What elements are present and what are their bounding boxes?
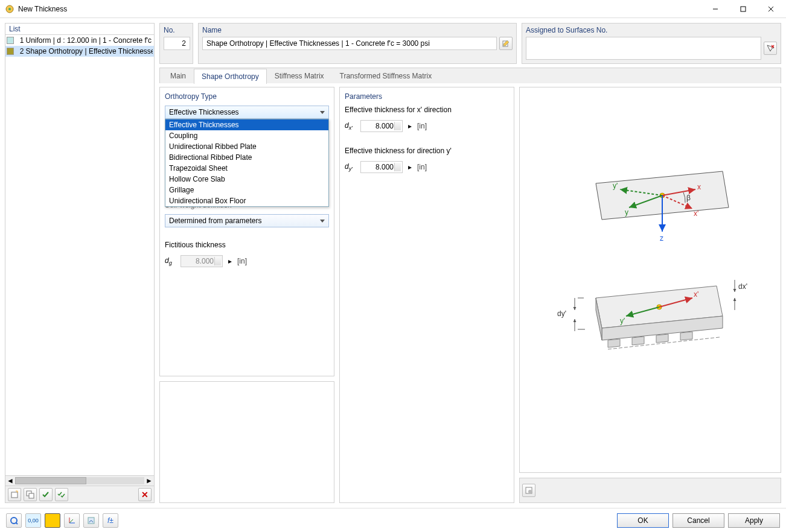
rename-button[interactable] xyxy=(499,37,513,50)
color-swatch xyxy=(7,37,14,44)
right-area: No. 2 Name Shape Orthotropy | Effective … xyxy=(159,23,781,503)
help-button[interactable] xyxy=(6,513,22,528)
name-group: Name Shape Orthotropy | Effective Thickn… xyxy=(198,23,517,64)
chevron-down-icon xyxy=(320,111,325,114)
no-label: No. xyxy=(164,26,189,34)
svg-text:y': y' xyxy=(620,317,625,325)
combo-value: Effective Thicknesses xyxy=(169,108,239,116)
preview-panel: y' y x x' β z xyxy=(519,87,781,473)
svg-text:y': y' xyxy=(613,182,618,190)
unit-label: [in] xyxy=(417,163,427,171)
axis-button[interactable] xyxy=(64,513,80,528)
h-scrollbar[interactable]: ◄ ► xyxy=(5,475,154,486)
orthotropy-type-combo[interactable]: Effective Thicknesses Effective Thicknes… xyxy=(165,106,329,119)
delete-button[interactable]: ✕ xyxy=(138,488,152,501)
pick-surface-button[interactable] xyxy=(764,42,777,55)
list-text: Uniform | d : 12.000 in | 1 - Concrete f… xyxy=(25,36,153,45)
svg-point-1 xyxy=(8,8,11,10)
color-button[interactable] xyxy=(45,513,60,528)
preview-toolbar xyxy=(519,478,781,503)
param-x-spinner[interactable]: 8.000 xyxy=(360,120,403,132)
param-y-spinner[interactable]: 8.000 xyxy=(360,161,403,173)
maximize-button[interactable] xyxy=(729,1,757,17)
fictitious-spinner[interactable]: 8.000 xyxy=(181,255,223,267)
param-y-label: Effective thickness for direction y' xyxy=(345,147,509,155)
name-input[interactable]: Shape Orthotropy | Effective Thicknesses… xyxy=(202,37,497,50)
unit-label: [in] xyxy=(417,122,427,130)
svg-marker-30 xyxy=(656,334,668,343)
list-num: 1 xyxy=(16,36,24,45)
tab-strip: Main Shape Orthotropy Stiffness Matrix T… xyxy=(159,68,781,83)
minimize-button[interactable] xyxy=(701,1,729,17)
window-title: New Thickness xyxy=(18,5,701,13)
assigned-input[interactable] xyxy=(526,37,761,60)
tab-main[interactable]: Main xyxy=(162,68,194,83)
go-icon[interactable]: ▸ xyxy=(405,121,415,131)
list-header: List xyxy=(5,24,154,35)
svg-text:y: y xyxy=(625,208,628,217)
combo-option[interactable]: Effective Thicknesses xyxy=(165,119,328,130)
svg-rect-6 xyxy=(11,492,18,498)
svg-line-49 xyxy=(16,522,18,524)
tab-body: Orthotropy Type Effective Thicknesses Ef… xyxy=(159,87,781,503)
tab-shape-orthotropy[interactable]: Shape Orthotropy xyxy=(194,69,267,84)
check-button[interactable] xyxy=(39,488,53,501)
copy-button[interactable] xyxy=(24,488,37,501)
info-button[interactable] xyxy=(83,513,99,528)
go-icon[interactable]: ▸ xyxy=(225,256,235,266)
new-button[interactable] xyxy=(8,488,21,501)
list-body[interactable]: 1 Uniform | d : 12.000 in | 1 - Concrete… xyxy=(5,35,154,475)
list-item[interactable]: 2 Shape Orthotropy | Effective Thickness… xyxy=(5,46,154,57)
list-text: Shape Orthotropy | Effective Thicknesses xyxy=(25,47,153,55)
combo-option[interactable]: Hollow Core Slab xyxy=(165,174,328,185)
fictitious-title: Fictitious thickness xyxy=(165,241,329,249)
cancel-button[interactable]: Cancel xyxy=(673,513,724,528)
tab-transformed-stiffness[interactable]: Transformed Stiffness Matrix xyxy=(332,68,440,83)
list-item[interactable]: 1 Uniform | d : 12.000 in | 1 - Concrete… xyxy=(5,35,154,46)
svg-line-52 xyxy=(69,519,73,523)
content: List 1 Uniform | d : 12.000 in | 1 - Con… xyxy=(0,18,786,508)
combo-option[interactable]: Grillage xyxy=(165,185,328,195)
list-num: 2 xyxy=(16,47,24,55)
top-fields: No. 2 Name Shape Orthotropy | Effective … xyxy=(159,23,781,64)
no-group: No. 2 xyxy=(159,23,193,64)
svg-marker-28 xyxy=(608,339,620,347)
combo-option[interactable]: Unidirectional Ribbed Plate xyxy=(165,141,328,152)
combo-option[interactable]: Bidirectional Ribbed Plate xyxy=(165,152,328,163)
fictitious-symbol: dg xyxy=(165,256,178,266)
units-button[interactable]: 0,00 xyxy=(25,513,41,528)
svg-point-47 xyxy=(528,490,532,493)
list-toolbar: ✕ xyxy=(5,486,154,502)
selfweight-combo[interactable]: Determined from parameters xyxy=(165,214,329,227)
footer: 0,00 f± OK Cancel Apply xyxy=(0,508,786,532)
orthotropy-type-title: Orthotropy Type xyxy=(165,92,329,101)
scroll-left-icon[interactable]: ◄ xyxy=(7,477,14,485)
apply-button[interactable]: Apply xyxy=(728,513,780,528)
preview-settings-button[interactable] xyxy=(522,484,535,497)
tab-stiffness-matrix[interactable]: Stiffness Matrix xyxy=(267,68,332,83)
no-input[interactable]: 2 xyxy=(164,37,190,50)
svg-text:dy': dy' xyxy=(557,309,566,318)
color-swatch xyxy=(7,48,14,55)
name-label: Name xyxy=(202,26,513,34)
scroll-right-icon[interactable]: ► xyxy=(145,477,153,485)
svg-text:x': x' xyxy=(694,290,698,299)
close-button[interactable] xyxy=(757,1,785,17)
combo-value: Determined from parameters xyxy=(169,217,261,225)
combo-option[interactable]: Trapezoidal Sheet xyxy=(165,163,328,174)
param-x-symbol: dx' xyxy=(345,121,358,131)
combo-option[interactable]: Unidirectional Box Floor xyxy=(165,195,328,206)
assigned-group: Assigned to Surfaces No. xyxy=(522,23,781,64)
unit-label: [in] xyxy=(237,257,247,265)
check-all-button[interactable] xyxy=(55,488,68,501)
ok-button[interactable]: OK xyxy=(617,513,669,528)
function-button[interactable]: f± xyxy=(103,513,118,528)
col-parameters: Parameters Effective thickness for x' di… xyxy=(339,87,514,503)
app-icon xyxy=(5,4,14,14)
orthotropy-dropdown[interactable]: Effective Thicknesses Coupling Unidirect… xyxy=(165,119,329,207)
combo-option[interactable]: Coupling xyxy=(165,130,328,141)
orthotropy-panel: Orthotropy Type Effective Thicknesses Ef… xyxy=(159,87,334,376)
go-icon[interactable]: ▸ xyxy=(405,162,415,172)
svg-text:dx': dx' xyxy=(738,282,747,291)
svg-marker-29 xyxy=(632,337,644,345)
